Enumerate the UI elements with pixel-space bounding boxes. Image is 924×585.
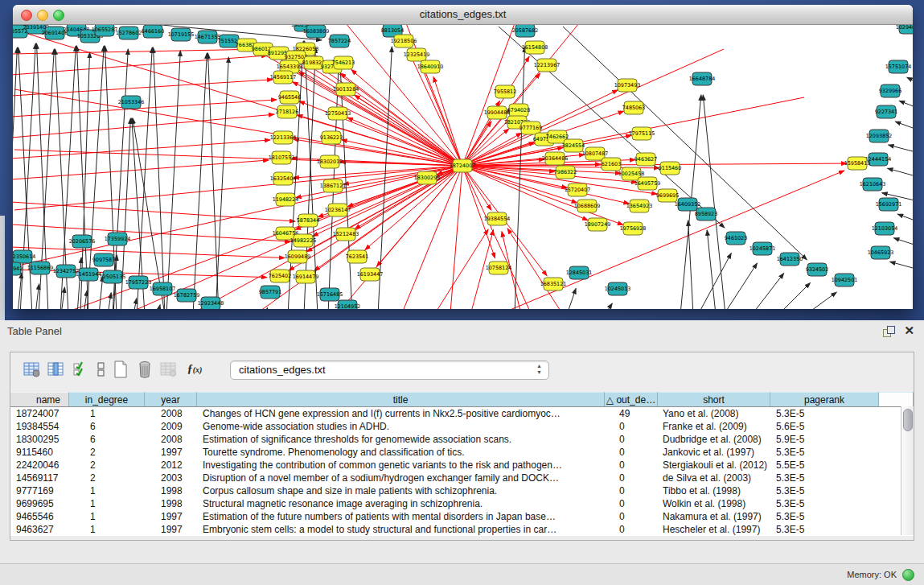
graph-node[interactable]: 9115460 bbox=[659, 162, 681, 175]
column-header-year[interactable]: year bbox=[145, 392, 197, 406]
graph-node[interactable]: 16495759 bbox=[634, 177, 661, 190]
graph-node[interactable]: 16835121 bbox=[540, 278, 567, 290]
black-citation-edge[interactable] bbox=[889, 145, 913, 154]
graph-node[interactable]: 7485063 bbox=[622, 101, 645, 114]
graph-node[interactable]: 16154808 bbox=[522, 41, 548, 54]
table-cell[interactable]: 2012 bbox=[145, 459, 197, 472]
graph-node[interactable]: 9857791 bbox=[259, 286, 281, 299]
table-row[interactable]: 977716911998Corpus callosum shape and si… bbox=[10, 484, 914, 497]
table-cell[interactable]: 0 bbox=[605, 420, 658, 433]
close-panel-icon[interactable]: ✕ bbox=[904, 323, 914, 338]
graph-node[interactable]: 10655287 bbox=[92, 25, 118, 36]
table-cell[interactable]: Jankovic et al. (1997) bbox=[658, 446, 770, 459]
graph-node[interactable]: 15212483 bbox=[333, 228, 359, 241]
table-cell[interactable]: 0 bbox=[605, 446, 658, 459]
graph-node[interactable]: 9465546 bbox=[278, 91, 301, 104]
black-citation-edge[interactable] bbox=[108, 293, 111, 309]
table-cell[interactable]: 6 bbox=[69, 433, 145, 446]
graph-node[interactable]: 14982225 bbox=[290, 234, 317, 247]
table-cell[interactable]: 9777169 bbox=[10, 484, 69, 497]
graph-node[interactable]: 7546213 bbox=[332, 56, 355, 69]
red-citation-edge[interactable] bbox=[507, 229, 563, 309]
table-cell[interactable]: 1997 bbox=[145, 523, 197, 536]
graph-node[interactable]: 10465923 bbox=[868, 246, 894, 259]
graph-node[interactable]: 10973493 bbox=[614, 79, 641, 92]
table-cell[interactable]: 0 bbox=[605, 459, 658, 472]
graph-node[interactable]: 7955812 bbox=[494, 85, 516, 98]
graph-node[interactable]: 15720407 bbox=[565, 183, 591, 196]
table-cell[interactable]: Structural magnetic resonance image aver… bbox=[197, 497, 605, 510]
table-cell[interactable]: Embryonic stem cells: a model to study s… bbox=[197, 523, 605, 536]
table-cell[interactable]: 2008 bbox=[145, 433, 197, 446]
table-cell[interactable]: 5.3E-5 bbox=[770, 523, 879, 536]
table-cell[interactable]: 1 bbox=[69, 523, 145, 536]
graph-node[interactable]: 6794028 bbox=[507, 104, 530, 117]
combo-stepper-icon[interactable]: ▲▼ bbox=[535, 363, 544, 377]
graph-node[interactable]: 16648784 bbox=[689, 72, 716, 85]
column-header-pagerank[interactable]: pagerank bbox=[770, 392, 879, 406]
graph-node[interactable]: 13867121 bbox=[320, 179, 347, 192]
black-citation-edge[interactable] bbox=[752, 274, 784, 309]
black-citation-edge[interactable] bbox=[890, 262, 913, 270]
red-citation-edge[interactable] bbox=[13, 202, 295, 221]
column-header-name[interactable]: name bbox=[10, 392, 69, 406]
table-cell[interactable]: 0 bbox=[605, 510, 658, 523]
red-citation-edge[interactable] bbox=[355, 166, 462, 229]
graph-node[interactable]: 16958107 bbox=[150, 282, 176, 295]
graph-node[interactable]: 9227341 bbox=[875, 105, 897, 118]
black-citation-edge[interactable] bbox=[899, 101, 913, 109]
table-cell[interactable]: Tourette syndrome. Phenomenology and cla… bbox=[197, 446, 605, 459]
float-panel-icon[interactable] bbox=[883, 326, 895, 336]
black-citation-edge[interactable] bbox=[567, 288, 576, 309]
table-cell[interactable]: 2003 bbox=[145, 472, 197, 484]
table-cell[interactable]: 1998 bbox=[145, 497, 197, 510]
graph-node[interactable]: 8958923 bbox=[695, 208, 717, 220]
black-citation-edge[interactable] bbox=[193, 53, 207, 309]
graph-node[interactable]: 10688609 bbox=[574, 200, 601, 212]
column-header-out_de[interactable]: △ out_de… bbox=[605, 392, 658, 406]
graph-node[interactable]: 12213967 bbox=[534, 59, 561, 72]
graph-node[interactable]: 18300295 bbox=[414, 171, 441, 184]
clear-selection-icon[interactable] bbox=[91, 359, 112, 380]
graph-node[interactable]: 6466160 bbox=[142, 25, 164, 38]
table-vertical-scrollbar[interactable] bbox=[901, 406, 914, 535]
table-cell[interactable]: 22420046 bbox=[10, 459, 69, 472]
delete-row-icon[interactable] bbox=[134, 359, 155, 380]
table-cell[interactable]: 1 bbox=[69, 497, 145, 510]
graph-node[interactable]: 9136223 bbox=[320, 131, 343, 144]
graph-node[interactable]: 17957223 bbox=[125, 276, 152, 289]
table-cell[interactable]: 5.9E-5 bbox=[770, 433, 879, 446]
graph-node[interactable]: 7623541 bbox=[346, 250, 368, 263]
black-citation-edge[interactable] bbox=[724, 263, 757, 309]
black-citation-edge[interactable] bbox=[893, 238, 913, 247]
red-citation-edge[interactable] bbox=[351, 70, 462, 166]
graph-node[interactable]: 11156869 bbox=[27, 262, 54, 274]
table-cell[interactable]: Yano et al. (2008) bbox=[658, 407, 770, 420]
graph-node[interactable]: 19384554 bbox=[484, 212, 511, 225]
table-cell[interactable]: Tibbo et al. (1998) bbox=[658, 484, 770, 497]
table-cell[interactable]: 9465546 bbox=[10, 510, 69, 523]
graph-node[interactable]: 14569117 bbox=[270, 71, 297, 84]
table-cell[interactable]: 9463627 bbox=[10, 523, 69, 536]
table-cell[interactable]: 1997 bbox=[145, 446, 197, 459]
table-cell[interactable]: 14569117 bbox=[10, 472, 69, 484]
graph-node[interactable]: 17975115 bbox=[629, 127, 655, 140]
graph-node[interactable]: 12093852 bbox=[866, 130, 893, 142]
red-citation-edge[interactable] bbox=[296, 166, 462, 198]
function-builder-icon[interactable]: ƒ(x) bbox=[184, 359, 205, 380]
black-citation-edge[interactable] bbox=[304, 47, 315, 309]
black-citation-edge[interactable] bbox=[133, 299, 137, 309]
show-columns-icon[interactable] bbox=[46, 359, 67, 380]
graph-node[interactable]: 5878344 bbox=[297, 214, 319, 227]
black-citation-edge[interactable] bbox=[707, 230, 716, 309]
table-cell[interactable]: 5.3E-5 bbox=[770, 446, 879, 459]
graph-node[interactable]: 12923448 bbox=[198, 297, 224, 309]
table-cell[interactable]: 19384554 bbox=[10, 420, 69, 433]
black-citation-edge[interactable] bbox=[35, 284, 39, 309]
table-cell[interactable]: 2008 bbox=[145, 407, 197, 420]
black-citation-edge[interactable] bbox=[605, 303, 612, 309]
table-cell[interactable]: Estimation of the future numbers of pati… bbox=[197, 510, 605, 523]
graph-node[interactable]: 12103054 bbox=[872, 222, 898, 235]
column-header-in_degree[interactable]: in_degree bbox=[69, 392, 145, 406]
table-cell[interactable]: 0 bbox=[605, 484, 658, 497]
